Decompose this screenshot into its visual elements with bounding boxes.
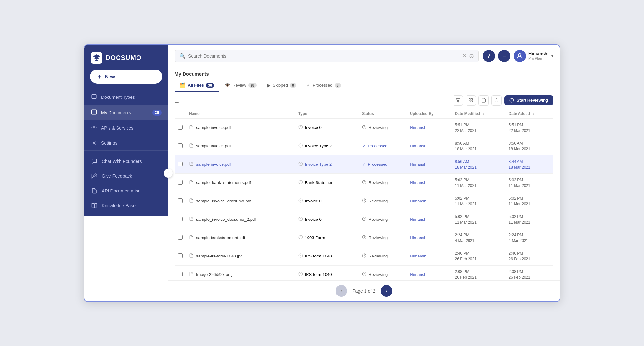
row-type[interactable]: Invoice Type 2	[305, 162, 332, 167]
calendar-button[interactable]	[478, 95, 489, 106]
row-checkbox[interactable]	[178, 198, 183, 203]
tab-all-files[interactable]: 🗂️ All Files 36	[175, 80, 219, 92]
tab-processed[interactable]: ✓ Processed 8	[301, 80, 346, 92]
select-all-checkbox[interactable]	[175, 98, 179, 103]
row-file-name[interactable]: sample invoice.pdf	[196, 162, 231, 167]
row-checkbox[interactable]	[178, 143, 183, 148]
info-icon[interactable]	[298, 272, 303, 277]
sidebar-item-apis-services[interactable]: APIs & Services	[84, 120, 168, 136]
help-button[interactable]: ?	[483, 50, 495, 62]
tab-skipped[interactable]: ▶ Skipped 0	[262, 80, 301, 92]
nav-items: Document Types My Documents 36 APIs & Se…	[84, 89, 168, 150]
date-modified: 5:03 PM11 Mar 2021	[451, 173, 505, 192]
sidebar-item-apis-label: APIs & Services	[101, 126, 162, 131]
col-name: Name	[186, 109, 295, 119]
date-modified: 8:56 AM18 Mar 2021	[451, 155, 505, 173]
new-button[interactable]: ＋ New	[90, 70, 162, 84]
info-icon[interactable]	[298, 235, 303, 240]
row-type: Invoice Type 2	[305, 144, 332, 148]
user-avatar	[514, 50, 526, 62]
table-row: Image 226@2x.pngIRS form 1040ReviewingHi…	[175, 265, 553, 280]
uploaded-by-link[interactable]: Himanshi	[410, 254, 427, 258]
info-icon[interactable]	[298, 143, 303, 149]
tabs: 🗂️ All Files 36 👁️ Review 28 ▶ Skipped 0	[175, 80, 553, 92]
row-checkbox[interactable]	[178, 125, 183, 130]
status-icon	[362, 217, 366, 222]
status-icon	[362, 125, 366, 130]
row-type: Invoice 0	[305, 217, 322, 222]
chat-founders-icon	[91, 158, 98, 165]
give-feedback-icon	[91, 173, 98, 180]
uploaded-by-link[interactable]: Himanshi	[410, 125, 427, 130]
search-input[interactable]	[188, 53, 460, 59]
user-plan: Pro Plan	[528, 56, 549, 61]
date-modified: 2:46 PM26 Feb 2021	[451, 247, 505, 265]
sidebar-item-document-types[interactable]: Document Types	[84, 89, 168, 105]
sidebar-collapse-button[interactable]: ‹	[164, 169, 173, 178]
menu-button[interactable]: ≡	[498, 50, 510, 62]
info-icon[interactable]	[298, 162, 303, 167]
start-reviewing-button[interactable]: Start Reviewing	[504, 95, 553, 105]
toolbar-right: Start Reviewing	[453, 95, 553, 106]
skipped-tab-icon: ▶	[267, 82, 271, 88]
search-box: 🔍 ✕ ⊙	[175, 50, 479, 62]
table-row: sample_invoice_docsumo.pdfInvoice 0Revie…	[175, 192, 553, 210]
row-checkbox[interactable]	[178, 235, 183, 240]
sidebar-item-api-documentation[interactable]: API Documentation	[84, 183, 168, 198]
next-page-button[interactable]: ›	[381, 285, 392, 297]
user-info[interactable]: Himanshi Pro Plan ▾	[514, 50, 553, 62]
plus-icon: ＋	[97, 73, 102, 80]
review-badge: 28	[248, 83, 257, 88]
search-go-icon[interactable]: ⊙	[469, 52, 474, 60]
info-icon[interactable]	[298, 180, 303, 185]
row-checkbox[interactable]	[178, 180, 183, 185]
info-icon[interactable]	[298, 217, 303, 222]
table-row: sample-irs-form-1040.jpgIRS form 1040Rev…	[175, 247, 553, 265]
api-docs-label: API Documentation	[102, 188, 141, 193]
status-icon: ✓	[362, 144, 366, 149]
my-documents-icon	[91, 109, 97, 116]
start-reviewing-label: Start Reviewing	[516, 98, 548, 103]
row-checkbox[interactable]	[178, 253, 183, 258]
file-icon	[189, 143, 194, 149]
uploaded-by-link[interactable]: Himanshi	[410, 162, 427, 167]
uploaded-by-link[interactable]: Himanshi	[410, 235, 427, 240]
date-added: 5:03 PM11 Mar 2021	[505, 173, 553, 192]
uploaded-by-link[interactable]: Himanshi	[410, 180, 427, 185]
table-row: sample invoice.pdfInvoice 0ReviewingHima…	[175, 118, 553, 137]
tab-review[interactable]: 👁️ Review 28	[219, 80, 262, 92]
filter-button[interactable]	[453, 95, 463, 106]
row-checkbox[interactable]	[178, 272, 183, 276]
row-checkbox[interactable]	[178, 217, 183, 221]
date-modified: 5:02 PM11 Mar 2021	[451, 192, 505, 210]
svg-rect-3	[92, 110, 97, 114]
sidebar-item-chat-founders[interactable]: Chat With Founders	[84, 154, 168, 169]
documents-table-wrap: Name Type Status Uploaded By Date Modifi…	[168, 109, 560, 280]
layout-button[interactable]	[466, 95, 476, 106]
my-documents-badge: 36	[152, 110, 162, 116]
sidebar-item-give-feedback[interactable]: Give Feedback	[84, 169, 168, 183]
row-checkbox[interactable]	[178, 162, 183, 166]
status-text: Reviewing	[368, 180, 388, 185]
uploaded-by-link[interactable]: Himanshi	[410, 272, 427, 277]
page-indicator: Page 1 of 2	[352, 288, 375, 294]
info-icon[interactable]	[298, 198, 303, 204]
svg-rect-9	[469, 101, 470, 102]
info-icon[interactable]	[298, 253, 303, 259]
sidebar-item-knowledge-base[interactable]: Knowledge Base	[84, 198, 168, 213]
status-text: Reviewing	[368, 217, 388, 222]
logo-icon	[91, 52, 102, 64]
info-icon[interactable]	[298, 125, 303, 130]
user-filter-button[interactable]	[491, 95, 502, 106]
uploaded-by-link[interactable]: Himanshi	[410, 199, 427, 203]
svg-rect-10	[471, 101, 473, 102]
sidebar-item-settings[interactable]: ✕ Settings	[84, 136, 168, 150]
uploaded-by-link[interactable]: Himanshi	[410, 144, 427, 148]
sidebar-item-document-types-label: Document Types	[101, 95, 162, 100]
prev-page-button[interactable]: ‹	[336, 285, 347, 297]
search-clear-icon[interactable]: ✕	[462, 53, 467, 59]
review-tab-label: Review	[232, 83, 246, 88]
sidebar-item-my-documents[interactable]: My Documents 36	[84, 105, 168, 120]
uploaded-by-link[interactable]: Himanshi	[410, 217, 427, 222]
processed-badge: 8	[335, 83, 341, 88]
